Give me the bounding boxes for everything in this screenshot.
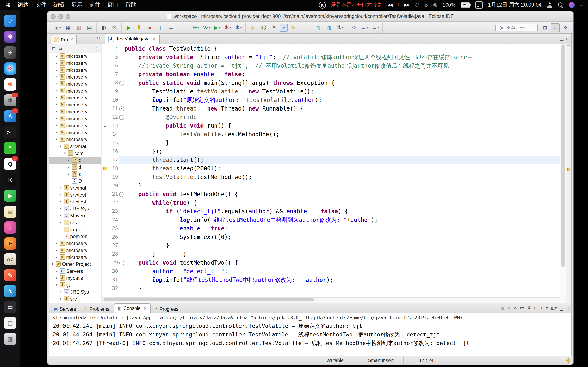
thunder-icon[interactable]: ↯ (4, 285, 16, 297)
zoom-window-button[interactable] (66, 14, 70, 18)
code-line-6[interactable]: 6 //private String author = "tjt"; // 不用… (103, 62, 560, 70)
minimize-window-button[interactable] (58, 14, 63, 18)
code-line-8[interactable]: 8− public static void main(String[] args… (103, 79, 560, 87)
close-tab-icon[interactable]: ✕ (70, 37, 74, 42)
forward-button[interactable]: →▾ (370, 24, 380, 32)
qq-icon[interactable]: Q1 (4, 158, 16, 170)
kugou-menubar-icon[interactable]: K (319, 1, 326, 8)
code-line-21[interactable]: 21− public void testMethodOne() { (103, 190, 560, 199)
maximize-editor-icon[interactable]: □ (566, 36, 569, 41)
menubar-menu-1[interactable]: 文件 (35, 1, 47, 8)
editor-vertical-scrollbar[interactable] (560, 44, 566, 303)
tree-item[interactable]: JD (49, 177, 101, 184)
menubar-menu-4[interactable]: 前往 (89, 1, 100, 8)
remove-launch-button[interactable]: ✕ (507, 305, 510, 311)
step-into-button[interactable]: ↓ (156, 24, 165, 32)
tab-testvolatile-java[interactable]: J TestVolatile.java ✕ (104, 34, 160, 44)
tree-item[interactable]: ▸Pd (49, 164, 101, 170)
code-line-14[interactable]: 14 testVolatile.testMethodOne(); (103, 130, 560, 139)
profile-button[interactable]: ◍ (99, 24, 109, 32)
terminal-icon[interactable]: >_ (4, 126, 16, 138)
editor-horizontal-scrollbar[interactable] (103, 297, 560, 303)
video-player-icon[interactable]: ▶ (4, 190, 16, 202)
link-editor-button[interactable]: ⇄ (58, 46, 62, 51)
tree-item[interactable]: ▸Mmicroservi (49, 240, 101, 247)
code-line-13[interactable]: ▴13 public void run() { (103, 122, 560, 130)
mark-occurrences-button[interactable]: ✎ (289, 24, 298, 32)
last-edit-button[interactable]: ↺ (349, 24, 359, 32)
finder-icon[interactable]: ☺ (4, 15, 16, 27)
tree-item[interactable]: ▾Ssrc/mai (49, 143, 101, 150)
run-external-tools-button[interactable]: ✱▾ (223, 24, 233, 32)
fold-collapse-icon[interactable]: − (119, 106, 124, 111)
maximize-view-icon[interactable]: □ (97, 36, 100, 40)
code-line-18[interactable]: 18 thread.sleep(2000l); (103, 164, 560, 173)
fold-collapse-icon[interactable]: − (119, 81, 124, 85)
tree-item[interactable]: ▾WOther Project (49, 261, 101, 267)
show-whitespace-button[interactable]: ¶ (314, 24, 323, 32)
tree-item[interactable]: ▸Mmicroservi (49, 59, 101, 67)
suspend-button[interactable]: Ⅱ (134, 24, 144, 32)
new-wizard-button[interactable]: ⊞▾ (53, 24, 62, 32)
launchpad-icon[interactable]: ✈ (4, 47, 16, 59)
tree-item[interactable]: ▸Mmicroservi (49, 73, 101, 80)
code-editor[interactable]: 4public class TestVolatile {5 private vo… (103, 44, 560, 298)
code-line-19[interactable]: 19 testVolatile.testMethodTwo(); (103, 173, 560, 182)
tree-item[interactable]: ▸Mmicroservi (49, 129, 101, 136)
code-line-16[interactable]: 16 }); (103, 147, 560, 156)
code-line-24[interactable]: 24 log.info("线程testMethodOne中检测到来author修… (103, 216, 560, 224)
menubar-menu-5[interactable]: 窗口 (107, 1, 118, 8)
tree-item[interactable]: ▸Mmicroservi (49, 101, 101, 108)
new-class-button[interactable]: Ⓒ (259, 24, 268, 32)
resume-button[interactable]: ▶ (124, 24, 134, 32)
save-button[interactable]: ▦ (63, 24, 73, 32)
clear-console-button[interactable]: ▭ (520, 305, 524, 311)
code-line-31[interactable]: 31 log.info("线程testMethodTwo中把author修改为:… (103, 276, 560, 284)
wechat-icon[interactable]: ❝ (4, 142, 16, 154)
tree-item[interactable]: ▸Mmicroservi (49, 108, 101, 115)
tree-item[interactable]: ▸Mmicroservi (49, 122, 101, 129)
open-browser-button[interactable]: ◍ (324, 24, 334, 32)
view-menu-button[interactable]: ⋮ (94, 46, 98, 51)
problems-tab[interactable]: ⚠Problems (80, 305, 112, 313)
new-package-button[interactable]: ⊞ (248, 24, 258, 32)
itunes-icon[interactable]: ♪ (4, 221, 16, 234)
battery-icon[interactable]: ϟ (461, 2, 470, 8)
debug-button[interactable]: ❋▾ (191, 24, 201, 32)
tree-item[interactable]: ▸Jmybatis (49, 275, 101, 281)
system-preferences-icon[interactable]: ✱1 (4, 94, 16, 106)
trash-icon[interactable]: ▥ (4, 333, 16, 345)
tree-item[interactable]: ▸Mmicroservi (49, 53, 101, 59)
code-line-9[interactable]: 9 TestVolatile testVolatile = new TestVo… (103, 87, 560, 96)
warning-marker[interactable] (567, 168, 570, 171)
print-button[interactable]: ▤ (85, 24, 94, 32)
fast-user-switch-icon[interactable] (547, 2, 553, 8)
remove-all-launches-button[interactable]: ✕ (513, 305, 517, 311)
menubar-menu-2[interactable]: 编辑 (53, 1, 65, 8)
pill-app-icon[interactable]: ▭ (4, 301, 16, 313)
sort-button[interactable]: ⇅▾ (335, 24, 345, 32)
now-playing-title[interactable]: 爱是不是不开口才珍贵 (331, 1, 382, 8)
scrollbar-thumb[interactable] (561, 44, 565, 267)
menubar-clock[interactable]: 1月12日 周六 20:09:04 (488, 1, 542, 8)
tree-item[interactable]: ▸LMaven (49, 212, 101, 219)
tree-item[interactable]: ▸Mmicroservi (49, 115, 101, 122)
screen-mirroring-icon[interactable]: ◉ (433, 2, 437, 8)
minimize-view-button[interactable]: ▁ (560, 305, 563, 311)
menubar-menu-0[interactable]: 访达 (17, 1, 29, 8)
code-line-26[interactable]: 26 System.exit(0); (103, 233, 560, 242)
fold-collapse-icon[interactable]: − (119, 260, 124, 265)
tree-item[interactable]: ▸Ssrc/test (49, 191, 101, 198)
quick-access-field[interactable]: Quick Access (495, 24, 538, 31)
code-line-10[interactable]: 10 log.info("原始定义的author: "+testVolatile… (103, 96, 560, 104)
media-pause-icon[interactable]: Ⅱ (398, 3, 399, 7)
tree-item[interactable]: ▸Mmicroservi (49, 254, 101, 261)
code-line-20[interactable]: 20 } (103, 182, 560, 190)
document-icon[interactable]: ▢ (4, 317, 16, 329)
photos-icon[interactable]: ❀ (4, 78, 16, 91)
code-line-15[interactable]: 15 } (103, 139, 560, 147)
minimize-editor-icon[interactable]: ▁ (561, 36, 563, 41)
spotlight-icon[interactable] (558, 2, 564, 8)
close-window-button[interactable] (51, 14, 56, 18)
code-line-32[interactable]: 32 } (103, 284, 560, 293)
